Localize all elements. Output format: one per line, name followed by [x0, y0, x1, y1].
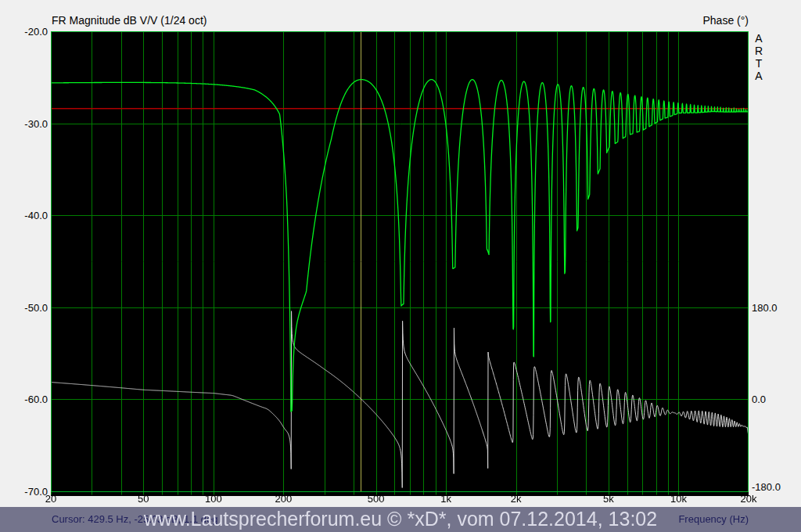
x-tick-label: 2k — [511, 493, 522, 505]
plot-canvas[interactable] — [51, 31, 749, 496]
plot-area — [51, 31, 749, 496]
arta-window: FR Magnitude dB V/V (1/24 oct) Phase (°)… — [0, 0, 801, 532]
y-right-tick-label: 180.0 — [752, 302, 778, 314]
x-tick-label: 500 — [368, 493, 385, 505]
y-left-tick-label: -50.0 — [0, 302, 48, 314]
phase-axis-title: Phase (°) — [51, 14, 749, 27]
x-tick-label: 1k — [440, 493, 451, 505]
arta-logo: ARTA — [753, 32, 765, 82]
y-right-tick-label: -180.0 — [752, 481, 781, 493]
x-tick-label: 200 — [275, 493, 292, 505]
y-left-tick-label: -70.0 — [0, 486, 48, 498]
x-tick-label: 10k — [670, 493, 687, 505]
y-left-tick-label: -60.0 — [0, 394, 48, 405]
x-tick-label: 100 — [205, 493, 222, 505]
y-left-tick-label: -40.0 — [0, 210, 48, 221]
x-tick-label: 20 — [45, 493, 56, 505]
y-left-tick-label: -30.0 — [0, 118, 48, 130]
frequency-axis-label: Frequency (Hz) — [678, 513, 749, 525]
x-tick-label: 20k — [741, 493, 757, 505]
status-bar: Cursor: 429.5 Hz, -25.03 dB, 1.1 deg www… — [0, 507, 801, 532]
y-left-tick-label: -20.0 — [0, 26, 48, 38]
x-tick-label: 5k — [603, 493, 614, 505]
y-right-tick-label: 0.0 — [752, 394, 766, 405]
x-tick-label: 50 — [138, 493, 149, 505]
